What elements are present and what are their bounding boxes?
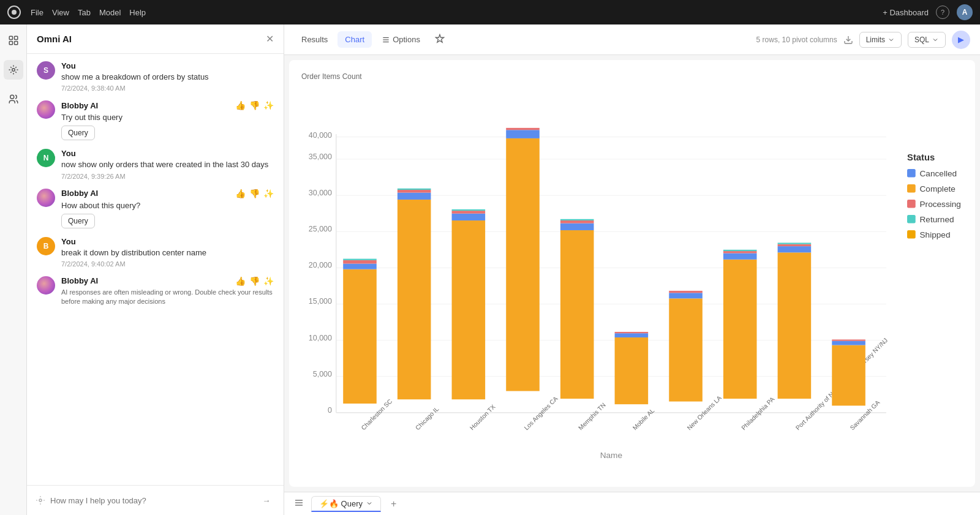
chat-sidebar: Omni AI ✕ S You show me a breakdown of o… [27, 24, 284, 515]
ai-icon[interactable] [4, 60, 23, 80]
ai-header-2: Blobby AI 👍 👎 ✨ [61, 189, 274, 198]
ai-name-2: Blobby AI [61, 189, 98, 198]
svg-rect-66 [723, 250, 757, 251]
svg-text:30,000: 30,000 [309, 189, 332, 197]
svg-rect-86 [907, 230, 916, 239]
run-button[interactable]: ▶ [952, 31, 970, 49]
svg-text:0: 0 [328, 406, 332, 415]
menu-bar: File View Tab Model Help + Dashboard ? A [0, 0, 980, 24]
message-group-1: S You show me a breakdown of orders by s… [37, 61, 274, 92]
bar-houston[interactable]: Houston TX [452, 209, 497, 432]
bar-la[interactable]: Los Angeles CA [506, 128, 559, 432]
svg-text:Memphis TN: Memphis TN [577, 402, 607, 432]
thumbs-up-icon-3[interactable]: 👍 [235, 276, 246, 286]
sidebar-title: Omni AI [37, 34, 72, 44]
chat-send-button[interactable]: → [258, 492, 275, 509]
help-button[interactable]: ? [936, 6, 949, 19]
svg-rect-44 [452, 209, 486, 211]
thumbs-down-icon-2[interactable]: 👎 [249, 189, 260, 198]
ai-name-1: Blobby AI [61, 101, 98, 110]
svg-rect-37 [398, 193, 431, 200]
chart-tab[interactable]: Chart [337, 31, 372, 48]
menu-help[interactable]: Help [129, 8, 146, 17]
app-logo[interactable] [7, 6, 21, 19]
svg-rect-48 [506, 128, 540, 130]
chat-disclaimer: AI responses are often misleading or wro… [61, 288, 274, 310]
svg-rect-57 [615, 332, 649, 333]
thumbs-down-icon-3[interactable]: 👎 [249, 276, 260, 286]
svg-rect-43 [452, 211, 486, 214]
message-time-3: 7/2/2024, 9:39:26 AM [61, 173, 274, 180]
svg-text:Houston TX: Houston TX [469, 403, 497, 431]
download-icon[interactable] [843, 35, 853, 45]
thumbs-up-icon-2[interactable]: 👍 [235, 189, 246, 198]
bar-memphis[interactable]: Memphis TN [560, 219, 607, 432]
message-actions-3: 👍 👎 ✨ [235, 276, 274, 286]
svg-text:Cancelled: Cancelled [920, 169, 957, 178]
svg-rect-63 [723, 260, 757, 399]
message-actions-1: 👍 👎 ✨ [235, 100, 274, 110]
svg-rect-3 [14, 42, 17, 45]
bar-mobile[interactable]: Mobile AL [615, 332, 656, 431]
svg-rect-46 [506, 138, 540, 391]
query-button-2[interactable]: Query [61, 214, 95, 228]
bar-charleston[interactable]: Charleston SC [343, 259, 393, 432]
menu-view[interactable]: View [52, 8, 69, 17]
close-sidebar-button[interactable]: ✕ [266, 33, 274, 45]
svg-rect-73 [832, 345, 865, 406]
users-icon[interactable] [4, 89, 23, 109]
blobby-avatar-3 [37, 276, 55, 295]
message-content-2: Blobby AI 👍 👎 ✨ Try out this query Query [61, 100, 274, 140]
thumbs-down-icon-1[interactable]: 👎 [249, 100, 260, 110]
message-text-1: show me a breakdown of orders by status [61, 72, 274, 83]
svg-rect-36 [398, 200, 431, 399]
chart-y-label: Order Items Count [301, 72, 963, 81]
message-content-1: You show me a breakdown of orders by sta… [61, 61, 274, 92]
sparkle-toolbar-icon[interactable] [430, 30, 450, 49]
chart-area: Order Items Count 0 5,000 10,000 15,000 … [289, 60, 975, 487]
avatar[interactable]: A [957, 4, 973, 20]
query-button-1[interactable]: Query [61, 126, 95, 140]
menu-file[interactable]: File [31, 8, 43, 17]
bar-philadelphia[interactable]: Philadelphia PA [723, 250, 776, 432]
message-content-6: Blobby AI 👍 👎 ✨ AI responses are often m… [61, 276, 274, 310]
svg-rect-64 [723, 253, 757, 259]
message-time-1: 7/2/2024, 9:38:40 AM [61, 85, 274, 92]
home-icon[interactable] [4, 31, 23, 50]
message-group-3: N You now show only orders that were cre… [37, 149, 274, 179]
ai-header-3: Blobby AI 👍 👎 ✨ [61, 276, 274, 286]
svg-text:15,000: 15,000 [309, 297, 332, 306]
sender-1: You [61, 61, 274, 70]
svg-text:Mobile AL: Mobile AL [631, 407, 656, 432]
menu-model[interactable]: Model [99, 8, 121, 17]
sparkle-icon-3[interactable]: ✨ [263, 276, 274, 286]
results-tab[interactable]: Results [294, 31, 335, 48]
sidebar-header: Omni AI ✕ [27, 24, 284, 54]
add-tab-button[interactable]: + [386, 496, 401, 512]
dashboard-button[interactable]: + Dashboard [883, 8, 929, 17]
svg-rect-82 [907, 200, 916, 208]
menu-tab[interactable]: Tab [78, 8, 91, 17]
svg-rect-39 [398, 189, 431, 190]
limits-button[interactable]: Limits [859, 32, 902, 48]
thumbs-up-icon-1[interactable]: 👍 [235, 100, 246, 110]
svg-rect-80 [907, 184, 916, 193]
hamburger-icon[interactable] [292, 495, 306, 512]
svg-rect-59 [669, 298, 703, 401]
blobby-avatar-1 [37, 100, 55, 119]
sparkle-icon-1[interactable]: ✨ [263, 100, 274, 110]
query-tab[interactable]: ⚡🔥 Query [311, 496, 381, 512]
sql-button[interactable]: SQL [908, 32, 946, 48]
content-toolbar: Results Chart Options 5 rows, 10 pivot c… [284, 24, 980, 55]
bar-neworleans[interactable]: New Orleans LA [669, 291, 723, 432]
sparkle-icon-2[interactable]: ✨ [263, 189, 274, 198]
chat-input[interactable] [50, 496, 253, 505]
svg-rect-31 [343, 264, 377, 269]
svg-text:35,000: 35,000 [309, 152, 332, 161]
options-tab: Options [374, 31, 428, 48]
svg-text:Name: Name [600, 451, 622, 460]
bar-chicago[interactable]: Chicago IL [398, 189, 440, 432]
message-content-3: You now show only orders that were creat… [61, 149, 274, 179]
svg-rect-38 [398, 190, 431, 193]
svg-rect-75 [832, 339, 865, 340]
